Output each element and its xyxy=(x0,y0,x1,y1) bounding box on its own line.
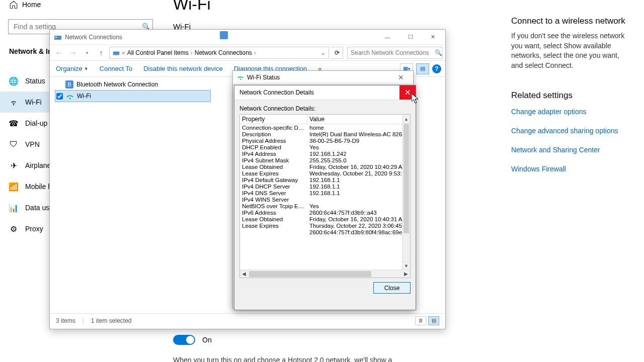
table-row[interactable]: Lease ObtainedFriday, October 16, 2020 1… xyxy=(240,163,410,170)
online-signup-toggle[interactable] xyxy=(173,335,195,345)
link-sharing-center[interactable]: Network and Sharing Center xyxy=(511,146,632,154)
table-row[interactable]: IPv4 Subnet Mask255.255.255.0 xyxy=(240,157,410,163)
view-list-small[interactable]: ≣ xyxy=(415,316,426,325)
details-titlebar[interactable]: Network Connection Details ✕ xyxy=(234,85,416,100)
disable-device-button[interactable]: Disable this network device xyxy=(143,65,223,72)
link-adapter-options[interactable]: Change adapter options xyxy=(511,108,632,116)
sidebar-item-label: Wi-Fi xyxy=(25,98,42,106)
table-row[interactable]: IPv4 DNS Server192.168.1.1 xyxy=(240,190,410,196)
value-cell: Wednesday, October 21, 2020 9:53:54 xyxy=(307,170,410,176)
refresh-button[interactable]: ⟳ xyxy=(331,47,343,59)
help-button[interactable]: ? xyxy=(432,64,441,73)
wifi-status-title: Wi-Fi Status xyxy=(247,74,280,81)
svg-point-8 xyxy=(240,78,242,80)
maximize-button[interactable]: ☐ xyxy=(399,30,422,44)
status-item-count: 3 items xyxy=(56,317,75,324)
details-title: Network Connection Details xyxy=(239,89,314,96)
organize-menu[interactable]: Organize▼ xyxy=(56,65,89,72)
column-header-property[interactable]: Property xyxy=(240,115,307,124)
search-icon[interactable]: 🔍 xyxy=(435,49,442,56)
address-dropdown[interactable]: ⌄ xyxy=(320,49,326,56)
close-button[interactable]: ✕ xyxy=(399,85,416,100)
table-row[interactable]: DescriptionIntel(R) Dual Band Wireless-A… xyxy=(240,131,410,137)
wifi-status-titlebar[interactable]: Wi-Fi Status ✕ xyxy=(233,71,413,84)
up-button[interactable]: ↑ xyxy=(95,47,107,59)
details-rows[interactable]: Connection-specific DNS ...homeDescripti… xyxy=(240,124,410,271)
table-row[interactable]: IPv6 Address2600:6c44:757f:d3b9::a43 xyxy=(240,209,410,216)
address-bar[interactable]: « All Control Panel Items › Network Conn… xyxy=(109,47,329,59)
svg-rect-7 xyxy=(220,31,228,39)
table-row[interactable]: Lease ObtainedFriday, October 16, 2020 1… xyxy=(240,216,410,222)
column-header-value[interactable]: Value xyxy=(307,115,402,124)
back-button[interactable]: ← xyxy=(53,47,65,59)
proxy-icon: ⚙ xyxy=(9,224,18,233)
explorer-navbar: ← → ▾ ↑ « All Control Panel Items › Netw… xyxy=(50,45,445,61)
value-cell: 2600:6c44:757f:d3b9::a43 xyxy=(307,210,410,216)
value-cell: 255.255.255.0 xyxy=(307,157,410,163)
sidebar-item-label: Proxy xyxy=(25,225,43,233)
vertical-scrollbar[interactable] xyxy=(402,124,410,269)
table-row[interactable]: IPv4 WINS Server xyxy=(240,196,410,203)
right-panel: Connect to a wireless network If you don… xyxy=(511,16,632,184)
table-row[interactable]: 2600:6c44:757f:d3b9:80f4:98ac:69e9: xyxy=(240,229,410,235)
link-firewall[interactable]: Windows Firewall xyxy=(511,165,632,173)
value-cell: 2600:6c44:757f:d3b9:80f4:98ac:69e9: xyxy=(307,229,410,235)
breadcrumb-item[interactable]: All Control Panel Items xyxy=(127,49,189,56)
minimize-button[interactable]: — xyxy=(376,30,399,44)
status-separator: | xyxy=(83,317,84,324)
connection-item-wifi[interactable]: Wi-Fi xyxy=(55,90,211,102)
table-row[interactable]: IPv4 Default Gateway192.168.1.1 xyxy=(240,176,410,183)
svg-point-0 xyxy=(13,105,14,105)
property-cell: Lease Obtained xyxy=(240,164,307,170)
table-row[interactable]: Lease ExpiresWednesday, October 21, 2020… xyxy=(240,170,410,176)
view-details-button[interactable]: ▤ xyxy=(416,63,429,74)
forward-button[interactable]: → xyxy=(67,47,79,59)
dialup-icon: ☎ xyxy=(9,119,18,128)
connect-to-button[interactable]: Connect To xyxy=(100,65,133,72)
connection-label: Bluetooth Network Connection xyxy=(76,81,158,88)
value-cell: Friday, October 16, 2020 10:40:29 AM xyxy=(307,164,410,170)
wifi-checkbox[interactable] xyxy=(56,93,63,100)
table-row[interactable]: IPv4 DHCP Server192.168.1.1 xyxy=(240,183,410,190)
sidebar-item-label: Status xyxy=(25,77,45,85)
property-cell: Lease Obtained xyxy=(240,216,307,222)
table-row[interactable]: NetBIOS over Tcpip Enab...Yes xyxy=(240,203,410,209)
connection-item-extra-icon[interactable] xyxy=(220,31,228,39)
property-cell: Description xyxy=(240,131,307,137)
details-label: Network Connection Details: xyxy=(239,105,411,112)
home-label[interactable]: Home xyxy=(22,1,41,9)
scroll-right-button[interactable]: ▶ xyxy=(402,271,410,277)
connection-item-bluetooth[interactable]: B Bluetooth Network Connection xyxy=(55,79,211,90)
horizontal-scrollbar[interactable]: ◀ ▶ xyxy=(240,269,410,278)
breadcrumb-item[interactable]: Network Connections xyxy=(195,49,252,56)
home-icon[interactable] xyxy=(9,0,18,9)
property-cell: IPv4 Default Gateway xyxy=(240,177,307,183)
value-cell: Thursday, October 22, 2020 3:06:45 PM xyxy=(307,223,410,229)
table-row[interactable]: Connection-specific DNS ...home xyxy=(240,124,410,131)
table-row[interactable]: Physical Address38-00-25-B6-79-D9 xyxy=(240,137,410,144)
scroll-up-button[interactable]: ▲ xyxy=(402,115,410,124)
view-details-small[interactable]: ▤ xyxy=(428,316,439,325)
chevron-right-icon[interactable]: › xyxy=(191,49,193,56)
explorer-titlebar[interactable]: Network Connections — ☐ ✕ xyxy=(50,30,445,45)
table-row[interactable]: Lease ExpiresThursday, October 22, 2020 … xyxy=(240,222,410,229)
airplane-icon: ✈ xyxy=(9,161,18,170)
value-cell: 192.168.1.242 xyxy=(307,151,410,157)
close-button[interactable]: ✕ xyxy=(422,30,444,44)
close-button[interactable]: ✕ xyxy=(391,73,411,81)
right-paragraph: If you don't see the wireless network yo… xyxy=(511,31,632,70)
recent-dropdown[interactable]: ▾ xyxy=(81,47,93,59)
hotspot-description: When you turn this on and choose a Hotsp… xyxy=(173,356,392,362)
property-cell: NetBIOS over Tcpip Enab... xyxy=(240,203,307,209)
search-connections-input[interactable] xyxy=(347,47,443,59)
table-row[interactable]: DHCP EnabledYes xyxy=(240,144,410,150)
scroll-left-button[interactable]: ◀ xyxy=(240,271,248,277)
value-cell: 38-00-25-B6-79-D9 xyxy=(307,138,410,144)
chevron-right-icon[interactable]: › xyxy=(254,49,256,56)
close-details-button[interactable]: Close xyxy=(373,282,411,294)
status-icon: 🌐 xyxy=(9,76,18,85)
table-row[interactable]: IPv4 Address192.168.1.242 xyxy=(240,150,410,157)
scroll-down-button[interactable]: ▼ xyxy=(402,261,410,269)
property-cell: IPv4 DHCP Server xyxy=(240,184,307,190)
link-advanced-sharing[interactable]: Change advanced sharing options xyxy=(511,127,632,135)
